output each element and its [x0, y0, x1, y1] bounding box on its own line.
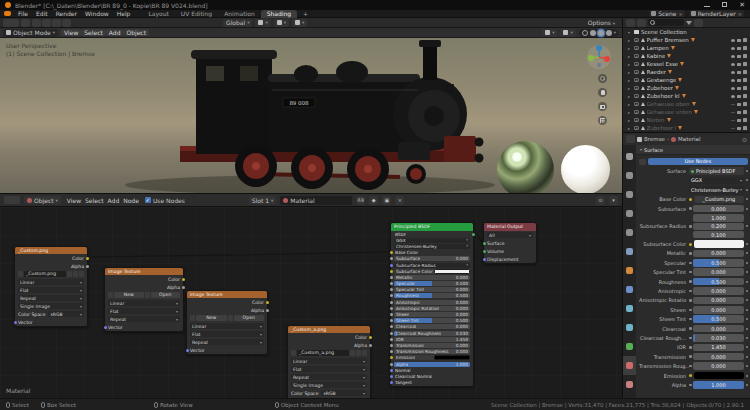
disable-render-icon[interactable] [743, 110, 747, 114]
property-value-slider[interactable]: 0.000 [693, 362, 744, 370]
shader-editor-menu-item[interactable]: View [65, 197, 83, 204]
hide-eye-icon[interactable] [731, 39, 735, 42]
input-socket[interactable] [390, 319, 393, 322]
expand-icon[interactable]: ▸ [628, 94, 632, 99]
use-nodes-checkbox[interactable]: Use Nodes [145, 197, 185, 204]
property-value-slider[interactable]: 0.000 [693, 250, 744, 258]
property-value-slider[interactable]: 0.000 [693, 268, 744, 276]
input-socket[interactable] [390, 350, 393, 353]
output-socket[interactable] [472, 356, 475, 359]
distribution-dropdown[interactable]: GGX [689, 177, 744, 185]
outliner-display-mode-dropdown[interactable] [626, 19, 635, 27]
alpha-output-socket[interactable] [182, 286, 185, 289]
input-socket[interactable] [390, 294, 393, 297]
input-socket[interactable] [390, 313, 393, 316]
output-socket[interactable] [472, 276, 475, 279]
solid-shading-icon[interactable] [590, 30, 596, 36]
tool-toggle-icon[interactable] [32, 19, 41, 27]
selection-checkbox[interactable]: ✓ [634, 62, 639, 67]
image-browse-icon[interactable] [108, 292, 113, 298]
disable-render-icon[interactable] [743, 38, 747, 42]
navigation-gizmo[interactable] [586, 44, 612, 70]
disable-viewport-icon[interactable] [737, 47, 741, 50]
subsurface-method-dropdown[interactable]: Christensen-Burley [689, 186, 744, 194]
outliner-object-row[interactable]: ▸ ✓ Gehaeuse oben [623, 100, 750, 108]
input-socket[interactable] [390, 338, 393, 341]
disable-render-icon[interactable] [743, 102, 747, 106]
selection-checkbox[interactable]: ✓ [634, 54, 639, 59]
outliner-search-input[interactable] [648, 19, 684, 26]
selection-checkbox[interactable]: ✓ [634, 110, 639, 115]
material-name-field[interactable]: Material [280, 196, 352, 205]
outliner-root-row[interactable]: ▾ Scene Collection [623, 28, 750, 36]
selection-checkbox[interactable]: ✓ [634, 118, 639, 123]
folder-icon[interactable] [145, 292, 150, 298]
properties-tab[interactable] [623, 223, 636, 242]
workspace-tab[interactable]: UV Editing [175, 10, 218, 18]
node-header[interactable]: Image Texture [187, 291, 267, 298]
shader-editor-menu-item[interactable]: Select [83, 197, 106, 204]
viewport-menu-item[interactable]: Object [123, 29, 149, 36]
hide-eye-icon[interactable] [731, 120, 735, 121]
shader-editor-menu-item[interactable]: Add [106, 197, 122, 204]
target-dropdown[interactable]: All [487, 232, 533, 238]
options-dropdown[interactable]: Options ▾ [588, 19, 615, 26]
active-tool-icon[interactable] [3, 19, 19, 27]
hide-eye-icon[interactable] [731, 104, 735, 105]
disable-viewport-icon[interactable] [737, 87, 741, 90]
xray-toggle-icon[interactable]: ▾ [542, 29, 557, 37]
hide-eye-icon[interactable] [731, 128, 735, 129]
new-image-button[interactable]: New [196, 315, 227, 321]
overlays-toggle-icon[interactable]: ▾ [560, 29, 575, 37]
property-value-slider[interactable]: 0.030 [693, 334, 744, 342]
selection-checkbox[interactable]: ✓ [634, 126, 639, 131]
mode-dropdown[interactable]: Object Mode▾ [3, 29, 58, 37]
outliner-object-row[interactable]: ▸ ✓ Zubehoer l [623, 124, 750, 132]
output-socket[interactable] [472, 239, 475, 242]
menubar-item[interactable]: Edit [32, 10, 52, 17]
vector-input-socket[interactable] [104, 326, 107, 329]
selection-checkbox[interactable]: ✓ [634, 86, 639, 91]
properties-tab[interactable] [623, 204, 636, 223]
node-material-output[interactable]: Material Output All Surface Volume Displ… [483, 222, 537, 264]
hide-eye-icon[interactable] [731, 47, 735, 50]
alpha-slider[interactable]: 1.000 [693, 381, 744, 389]
workspace-tab[interactable]: Layout [142, 10, 174, 18]
disable-viewport-icon[interactable] [737, 55, 741, 58]
disable-render-icon[interactable] [743, 70, 747, 74]
unlink-material-icon[interactable]: × [395, 196, 404, 205]
outliner-object-row[interactable]: ▸ ✓ Gestaenge [623, 76, 750, 84]
subsurface-radius-field[interactable]: 0.100 [693, 231, 744, 239]
viewport-menu-item[interactable]: Select [81, 29, 106, 36]
node-image-texture-custom-a[interactable]: _Custom_a.png Color Alpha _Custom_a.png … [287, 325, 371, 398]
disable-viewport-icon[interactable] [737, 127, 741, 130]
surface-input-socket[interactable] [483, 242, 486, 245]
expand-icon[interactable]: ▸ [628, 62, 632, 67]
snap-magnet-dropdown[interactable]: ▾ [274, 19, 289, 27]
node-dropdown[interactable]: Repeat [108, 316, 180, 322]
output-socket[interactable] [472, 369, 475, 372]
input-socket[interactable] [390, 270, 393, 273]
expand-icon[interactable]: ▸ [628, 110, 632, 115]
outliner-object-row[interactable]: ▸ ✓ Lampen [623, 44, 750, 52]
disable-viewport-icon[interactable] [737, 111, 741, 114]
minimize-button[interactable] [704, 6, 710, 7]
bsdf-node-row[interactable]: Transmission Roughness 0.000 [391, 349, 473, 355]
disable-viewport-icon[interactable] [737, 103, 741, 106]
output-socket[interactable] [472, 363, 475, 366]
properties-tab[interactable] [623, 147, 636, 166]
workspace-tab[interactable]: + [297, 10, 314, 18]
color-swatch[interactable] [434, 269, 470, 274]
property-value-slider[interactable]: 1.450 [693, 344, 744, 352]
properties-editor-type-dropdown[interactable] [626, 135, 635, 143]
input-socket[interactable] [390, 245, 393, 248]
input-socket[interactable] [390, 264, 393, 267]
output-socket[interactable] [472, 270, 475, 273]
wireframe-shading-icon[interactable] [582, 30, 588, 36]
expand-icon[interactable]: ▸ [628, 102, 632, 107]
node-dropdown[interactable]: Flat [18, 287, 84, 293]
scene-unlink-icon[interactable]: × [679, 11, 683, 17]
rendered-shading-icon[interactable] [606, 30, 612, 36]
input-socket[interactable] [390, 369, 393, 372]
expand-icon[interactable]: ▸ [628, 118, 632, 123]
